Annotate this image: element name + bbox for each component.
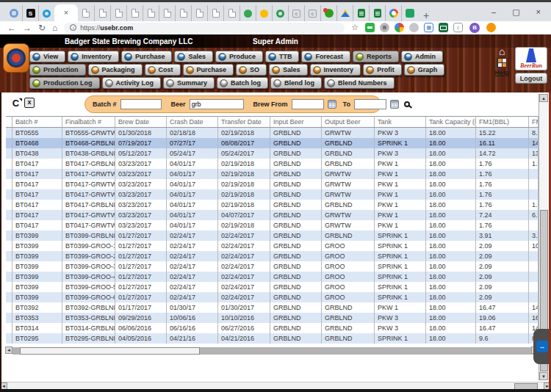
column-header[interactable]: Crash Date	[167, 117, 218, 127]
browser-tab[interactable]	[143, 5, 159, 21]
table-row[interactable]: BT0417BT0417-GRWTW-503/23/201704/01/1702…	[6, 189, 539, 200]
column-header[interactable]: Tank Capacity (BBL)	[426, 117, 476, 127]
table-row[interactable]: BT0399BT0399-GROO-501/27/201702/24/1702/…	[6, 282, 539, 292]
calendar-icon[interactable]	[390, 100, 399, 109]
table-row[interactable]: BT0314BT0314-GRBLND06/06/201606/16/1606/…	[6, 323, 539, 333]
nav-button-blend-numbers[interactable]: Blend Numbers	[324, 77, 395, 89]
beer-input[interactable]	[190, 99, 244, 109]
column-header[interactable]: Batch #	[12, 117, 62, 127]
browser-tab[interactable]	[256, 5, 272, 21]
nav-button-inventory[interactable]: Inventory	[68, 51, 119, 62]
app-home-icon[interactable]: ⌂	[499, 47, 505, 56]
nav-button-sales[interactable]: Sales	[174, 51, 213, 62]
table-row[interactable]: BT0417BT0417-GRWTW-403/23/201704/01/1702…	[6, 179, 539, 189]
nav-button-sales[interactable]: Sales	[269, 64, 308, 76]
browser-tab[interactable]: c	[304, 5, 320, 21]
nav-button-cost[interactable]: Cost	[145, 64, 181, 76]
nav-button-view[interactable]: View	[29, 51, 65, 62]
table-row[interactable]: BT0399BT0399-GROO-101/27/201702/24/1702/…	[6, 241, 539, 251]
browser-tab[interactable]	[38, 5, 54, 21]
table-row[interactable]: BT0417BT0417-GRWTW-203/23/201704/01/1702…	[6, 220, 539, 231]
column-header[interactable]: Output Beer	[322, 117, 375, 127]
nav-button-batch-log[interactable]: Batch log	[217, 77, 268, 89]
forward-icon[interactable]: →	[23, 23, 32, 32]
nav-button-admin[interactable]: Admin	[401, 51, 443, 62]
nav-button-profit[interactable]: Profit	[363, 64, 402, 76]
nav-button-so[interactable]: SO	[236, 64, 267, 76]
browser-tab[interactable]	[320, 5, 336, 21]
profile-avatar[interactable]: B	[469, 23, 480, 33]
maximize-icon[interactable]: ▢	[512, 7, 519, 17]
bookmark-star-icon[interactable]: ☆	[351, 23, 359, 32]
search-icon[interactable]	[404, 101, 410, 107]
tab-close-icon[interactable]: ×	[64, 9, 68, 17]
browser-tab[interactable]	[175, 5, 191, 21]
batch-input[interactable]	[120, 99, 162, 109]
nav-button-forecast[interactable]: Forecast	[301, 51, 350, 62]
scroll-up-icon[interactable]: ▲	[539, 94, 548, 102]
browser-tab[interactable]	[191, 5, 207, 21]
update-dot-icon[interactable]	[486, 23, 496, 32]
browser-tab[interactable]	[94, 5, 110, 21]
address-bar[interactable]: i https://usebr.com	[64, 23, 345, 33]
home-icon[interactable]: ⌂	[52, 23, 57, 32]
nav-button-reports[interactable]: Reports	[353, 51, 399, 62]
table-row[interactable]: BT0555BT0555-GRWTW01/30/201802/18/1802/1…	[6, 128, 539, 138]
column-header[interactable]: Finalbatch #	[62, 117, 115, 127]
close-icon[interactable]: ×	[536, 7, 541, 17]
browser-tab[interactable]	[126, 5, 143, 21]
column-header[interactable]: Input Beer	[270, 117, 322, 127]
nav-button-production-log[interactable]: Production Log	[29, 77, 100, 89]
column-header[interactable]: FM2(BBL)	[529, 117, 539, 127]
browser-tab[interactable]	[336, 5, 353, 21]
column-header[interactable]: Brew Date	[115, 117, 167, 127]
table-hscroll-thumb[interactable]	[20, 347, 200, 355]
help-link[interactable]: Help	[494, 69, 509, 76]
table-row[interactable]: BT0417BT0417-GRBLND-203/23/201704/01/170…	[6, 200, 539, 210]
browser-tab[interactable]	[353, 5, 369, 21]
calendar-icon[interactable]	[328, 100, 336, 109]
nav-button-produce[interactable]: Produce	[215, 51, 263, 62]
column-header[interactable]: Tank	[375, 117, 426, 127]
table-hscrollbar[interactable]: ◄ ►	[12, 347, 539, 355]
browser-tab[interactable]	[223, 5, 240, 21]
to-input[interactable]	[354, 99, 386, 109]
table-row[interactable]: BT0399BT0399-GROO-301/27/201702/24/1702/…	[6, 261, 539, 272]
close-filter-icon[interactable]: x	[24, 98, 35, 108]
info-icon[interactable]: i	[70, 24, 76, 31]
nav-button-purchase[interactable]: Purchase	[183, 64, 234, 76]
table-row[interactable]: BT0417BT0417-GRWTW-303/23/201704/01/1702…	[6, 169, 539, 179]
brew-from-input[interactable]	[292, 99, 324, 109]
browser-tab[interactable]: c	[288, 5, 304, 21]
table-row[interactable]: BT0399BT0399-GROO-201/27/201702/24/1702/…	[6, 251, 539, 261]
browser-tab[interactable]	[6, 5, 22, 21]
mail-extension-icon[interactable]	[439, 23, 448, 32]
table-row[interactable]: BT0353BT0353-GRBLND09/29/201610/06/1610/…	[6, 313, 539, 323]
reload-icon[interactable]: ↻	[38, 23, 46, 32]
table-row[interactable]: BT0438BT0438-GRBLND05/12/201705/24/1705/…	[6, 148, 539, 159]
back-icon[interactable]: ←	[7, 23, 16, 32]
nav-button-graph[interactable]: Graph	[404, 64, 445, 76]
table-row[interactable]: BT0392BT0392-GRBLND01/17/201701/30/1701/…	[6, 302, 539, 313]
browser-tab[interactable]	[369, 5, 385, 21]
nav-button-blend-log[interactable]: Blend log	[270, 77, 322, 89]
calc-extension-icon[interactable]: ▦	[424, 23, 433, 32]
nav-button-activity-log[interactable]: Activity Log	[102, 77, 162, 89]
nav-button-purchase[interactable]: Purchase	[121, 51, 173, 62]
minimize-icon[interactable]: –	[491, 7, 496, 17]
new-tab-button[interactable]: +	[423, 10, 429, 21]
browser-tab[interactable]	[207, 5, 223, 21]
table-row[interactable]: BT0468BT0468-GRBLND07/19/201707/27/1708/…	[6, 138, 539, 148]
browser-tab[interactable]: ×	[54, 4, 78, 21]
logout-button[interactable]: Logout	[515, 73, 547, 84]
refresh-icon[interactable]: C	[10, 98, 21, 109]
wheel-extension-icon[interactable]	[380, 23, 389, 32]
browser-tab[interactable]	[159, 5, 175, 21]
column-header[interactable]: Transfer Date	[218, 117, 270, 127]
palette-extension-icon[interactable]	[395, 23, 404, 32]
robot-extension-icon[interactable]	[365, 23, 375, 32]
nav-button-production[interactable]: Production	[29, 64, 86, 76]
c-extension-icon[interactable]: c	[453, 23, 463, 32]
browser-tab[interactable]	[385, 5, 401, 21]
table-row[interactable]: BT0399BT0399-GRBLND01/27/201702/24/1702/…	[6, 231, 539, 241]
